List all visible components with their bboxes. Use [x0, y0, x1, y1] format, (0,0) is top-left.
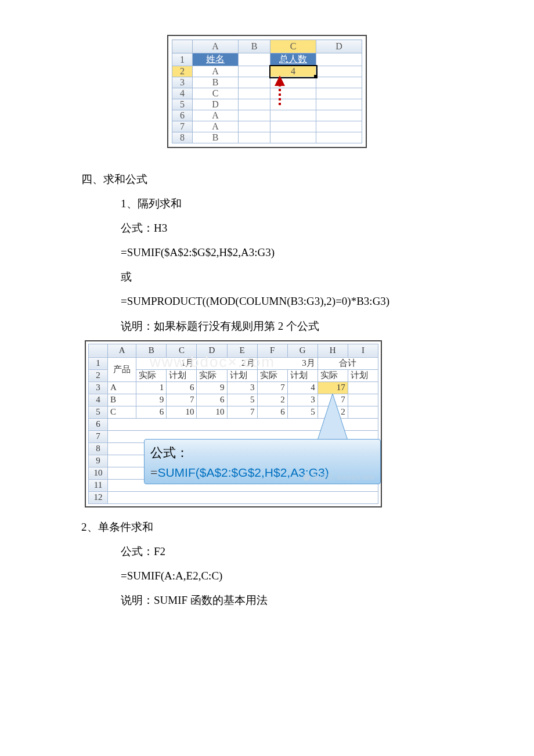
col-header: C — [270, 40, 316, 53]
note-text: 说明：SUMIF 函数的基本用法 — [99, 590, 534, 611]
cell — [239, 99, 270, 110]
cell: C — [108, 406, 136, 418]
sheet1-screenshot: A B C D 1 姓名 总人数 2 A 4 — [167, 35, 367, 148]
cell: A — [193, 121, 239, 132]
cell: 2 — [257, 394, 287, 406]
cell: C — [193, 88, 239, 99]
row-header: 11 — [89, 479, 108, 491]
cell: 总人数 — [270, 53, 316, 66]
cell: 3月 — [257, 357, 317, 369]
row-header: 8 — [89, 442, 108, 455]
cell: 1 — [136, 381, 167, 394]
cell: B — [108, 394, 136, 406]
cell: 10 — [167, 406, 197, 418]
cell — [270, 99, 316, 110]
col-header: I — [348, 344, 378, 357]
cell: 7 — [227, 406, 257, 418]
cell: 5 — [287, 406, 317, 418]
cell: 合计 — [317, 357, 378, 369]
cell — [270, 121, 316, 132]
row-header: 10 — [89, 467, 108, 479]
callout-title: 公式： — [150, 444, 374, 462]
cell: 3 — [287, 394, 317, 406]
row-header: 12 — [89, 491, 108, 503]
cell: 计划 — [287, 369, 317, 381]
sheet1-corner — [172, 40, 193, 53]
cell — [239, 132, 270, 143]
cell — [239, 66, 270, 77]
col-header: B — [239, 40, 270, 53]
cell: 5 — [227, 394, 257, 406]
cell: 实际 — [317, 369, 348, 381]
row-header: 2 — [89, 369, 108, 381]
row-header: 1 — [89, 357, 108, 369]
selection-handle — [314, 75, 317, 78]
row-header: 7 — [89, 430, 108, 442]
formula-text: =SUMPRODUCT((MOD(COLUMN(B3:G3),2)=0)*B3:… — [99, 291, 534, 312]
cell: 17 — [317, 381, 348, 394]
cell — [239, 53, 270, 66]
wechat-watermark: 微信号: excelpx-tete — [303, 473, 374, 483]
cell: A — [108, 381, 136, 394]
cell: A — [193, 66, 239, 77]
row-header: 6 — [172, 110, 193, 121]
cell: B — [193, 132, 239, 143]
cell — [348, 381, 378, 394]
cell — [316, 88, 362, 99]
col-header: H — [317, 344, 348, 357]
formula-text: =SUMIF($A$2:$G$2,H$2,A3:G3) — [99, 242, 534, 263]
cell — [316, 53, 362, 66]
text: 或 — [99, 267, 534, 287]
cell: 6 — [257, 406, 287, 418]
cell: 4 — [287, 381, 317, 394]
note-text: 说明：如果标题行没有规则用第 2 个公式 — [99, 316, 534, 337]
cell — [316, 132, 362, 143]
row-header: 5 — [89, 406, 108, 418]
cell: 6 — [167, 381, 197, 394]
cell: D — [193, 99, 239, 110]
col-header: D — [316, 40, 362, 53]
cell: 3 — [227, 381, 257, 394]
cell: 7 — [257, 381, 287, 394]
col-header: D — [197, 344, 227, 357]
cell: 计划 — [348, 369, 378, 381]
wechat-icon — [303, 474, 310, 481]
cell — [316, 66, 362, 77]
cell — [239, 121, 270, 132]
cell — [348, 406, 378, 418]
cell: 2 — [317, 406, 348, 418]
formula-text: =SUMIF(A:A,E2,C:C) — [99, 566, 534, 586]
col-header: F — [257, 344, 287, 357]
cell: 计划 — [167, 369, 197, 381]
cell — [270, 132, 316, 143]
sheet1-table: A B C D 1 姓名 总人数 2 A 4 — [172, 39, 362, 143]
col-header: B — [136, 344, 167, 357]
row-header: 1 — [172, 53, 193, 66]
cell: 9 — [136, 394, 167, 406]
cell — [108, 418, 378, 430]
item-title: 2、单条件求和 — [81, 517, 534, 538]
cell — [316, 77, 362, 88]
cell: 产品 — [108, 357, 136, 381]
row-header: 6 — [89, 418, 108, 430]
col-header: A — [108, 344, 136, 357]
cell: 10 — [197, 406, 227, 418]
cell — [348, 394, 378, 406]
formula-label: 公式：F2 — [99, 541, 534, 562]
cell: 姓名 — [193, 53, 239, 66]
sheet2-screenshot: www.bdoc×.com A B C D E F G H I 1 产品 1月 … — [85, 340, 382, 507]
col-header: G — [287, 344, 317, 357]
row-header: 8 — [172, 132, 193, 143]
row-header: 3 — [89, 381, 108, 394]
cell-value: 4 — [291, 66, 295, 76]
cell — [108, 491, 378, 503]
cell: 计划 — [227, 369, 257, 381]
cell: 7 — [167, 394, 197, 406]
row-header: 4 — [89, 394, 108, 406]
cell — [270, 88, 316, 99]
row-header: 7 — [172, 121, 193, 132]
cell — [316, 110, 362, 121]
cell: 9 — [197, 381, 227, 394]
cell: 1月 — [136, 357, 197, 369]
cell: 7 — [317, 394, 348, 406]
